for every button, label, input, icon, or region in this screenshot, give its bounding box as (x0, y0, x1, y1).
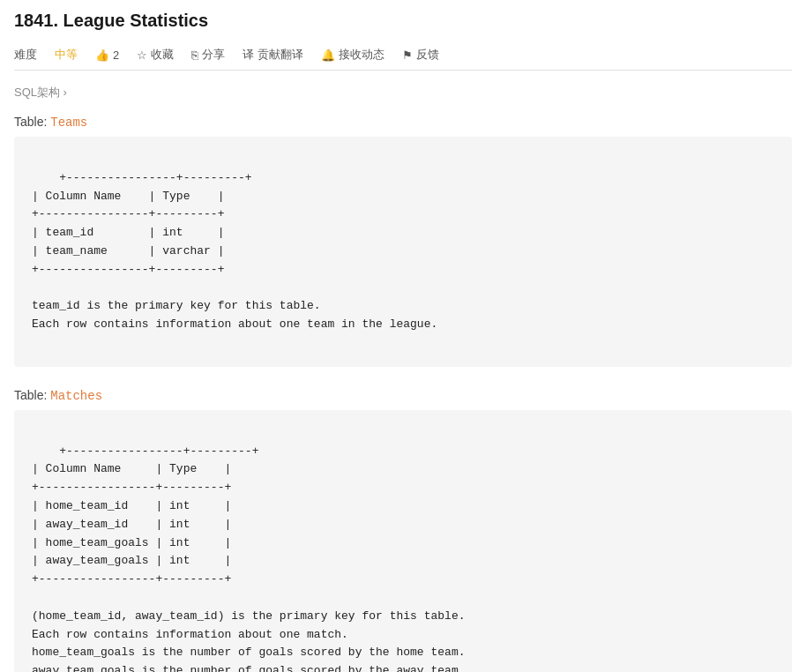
collect-button[interactable]: ☆ 收藏 (137, 47, 174, 63)
feedback-button[interactable]: ⚑ 反馈 (402, 47, 439, 63)
toolbar: 难度 中等 👍 2 ☆ 收藏 ⎘ 分享 译 贡献翻译 🔔 接收动态 ⚑ 反馈 (14, 40, 792, 71)
notification-label: 接收动态 (339, 47, 384, 63)
flag-icon: ⚑ (402, 49, 413, 62)
teams-section: Table: Teams +----------------+---------… (0, 108, 806, 381)
thumb-up-icon: 👍 (95, 49, 109, 62)
star-icon: ☆ (137, 49, 147, 62)
like-count: 2 (113, 49, 119, 62)
share-label: 分享 (202, 47, 225, 63)
teams-table-name: Teams (50, 116, 87, 130)
translate-button[interactable]: 译 贡献翻译 (243, 47, 303, 63)
difficulty-label: 难度 (14, 47, 37, 63)
share-icon: ⎘ (191, 49, 198, 62)
notification-button[interactable]: 🔔 接收动态 (321, 47, 384, 63)
teams-code-block: +----------------+---------+ | Column Na… (14, 137, 792, 367)
bell-icon: 🔔 (321, 49, 335, 62)
matches-label-text: Table: (14, 388, 47, 402)
collect-label: 收藏 (151, 47, 174, 63)
breadcrumb[interactable]: SQL架构 › (0, 78, 806, 108)
teams-table-label: Table: Teams (14, 115, 792, 130)
matches-description: (home_team_id, away_team_id) is the prim… (32, 609, 500, 672)
difficulty-badge: 中等 (55, 47, 78, 63)
share-button[interactable]: ⎘ 分享 (191, 47, 225, 63)
feedback-label: 反馈 (416, 47, 439, 63)
like-button[interactable]: 👍 2 (95, 49, 119, 62)
breadcrumb-link[interactable]: SQL架构 › (14, 86, 67, 99)
matches-code-block: +-----------------+---------+ | Column N… (14, 410, 792, 672)
teams-label-text: Table: (14, 115, 47, 129)
teams-description: team_id is the primary key for this tabl… (32, 299, 437, 331)
matches-section: Table: Matches +-----------------+------… (0, 381, 806, 672)
matches-table-label: Table: Matches (14, 388, 792, 403)
teams-schema: +----------------+---------+ | Column Na… (32, 171, 252, 276)
page-title: 1841. League Statistics (14, 11, 792, 31)
matches-schema: +-----------------+---------+ | Column N… (32, 444, 258, 586)
page-header: 1841. League Statistics 难度 中等 👍 2 ☆ 收藏 ⎘… (0, 0, 806, 71)
matches-table-name: Matches (50, 389, 102, 403)
translate-icon: 译 (243, 47, 254, 63)
translate-label: 贡献翻译 (257, 47, 303, 63)
